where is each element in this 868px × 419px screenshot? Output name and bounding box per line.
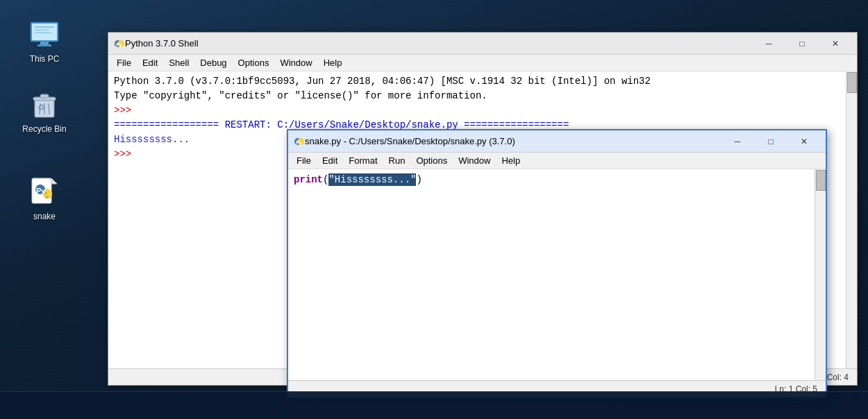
shell-line-1: Python 3.7.0 (v3.7.0:1bf9cc5093, Jun 27 …	[114, 74, 851, 89]
taskbar	[0, 391, 868, 419]
shell-minimize-button[interactable]: ─	[753, 33, 785, 54]
desktop-icon-this-pc[interactable]: This PC	[17, 14, 72, 68]
editor-scrollbar-thumb	[816, 170, 826, 191]
editor-window: Py snake.py - C:/Users/Snake/Desktop/sna…	[287, 129, 827, 398]
editor-code-area[interactable]: print("Hissssssss...")	[288, 169, 826, 380]
shell-title-text: Python 3.7.0 Shell	[125, 38, 753, 49]
svg-rect-6	[35, 32, 51, 33]
svg-line-12	[49, 103, 49, 114]
shell-title-icon: Py	[114, 38, 125, 49]
shell-menu-options[interactable]: Options	[233, 56, 275, 69]
editor-titlebar: Py snake.py - C:/Users/Snake/Desktop/sna…	[288, 130, 826, 153]
editor-window-controls: ─ □ ✕	[721, 131, 820, 152]
svg-marker-16	[51, 178, 57, 184]
editor-menu-window[interactable]: Window	[453, 154, 496, 167]
desktop-icon-snake[interactable]: Py 🐍 snake	[17, 171, 72, 225]
editor-title-text: snake.py - C:/Users/Snake/Desktop/snake.…	[305, 136, 721, 146]
shell-menu-help[interactable]: Help	[318, 56, 348, 69]
code-line-1: print("Hissssssss...")	[294, 172, 820, 187]
shell-scrollbar[interactable]	[846, 71, 857, 368]
shell-menu-shell[interactable]: Shell	[163, 56, 194, 69]
snake-label: snake	[33, 212, 56, 221]
editor-menu-format[interactable]: Format	[343, 154, 383, 167]
svg-text:Py: Py	[296, 140, 302, 146]
shell-scrollbar-thumb	[847, 72, 857, 93]
editor-menu-file[interactable]: File	[291, 154, 317, 167]
code-string-selected: "Hissssssss..."	[328, 173, 416, 186]
shell-menu-window[interactable]: Window	[274, 56, 317, 69]
editor-menu-run[interactable]: Run	[383, 154, 411, 167]
shell-titlebar: Py Python 3.7.0 Shell ─ □ ✕	[108, 33, 857, 55]
svg-rect-3	[37, 44, 51, 46]
shell-line-2: Type "copyright", "credits" or "license(…	[114, 89, 851, 103]
shell-menu-debug[interactable]: Debug	[194, 56, 232, 69]
shell-maximize-button[interactable]: □	[786, 33, 818, 54]
svg-text:♻: ♻	[37, 103, 45, 112]
svg-rect-9	[40, 94, 49, 98]
keyword-print: print	[294, 174, 323, 185]
editor-title-icon: Py	[294, 136, 305, 147]
shell-window-controls: ─ □ ✕	[753, 33, 851, 54]
shell-menu-file[interactable]: File	[111, 56, 137, 69]
shell-menubar: File Edit Shell Debug Options Window Hel…	[108, 55, 857, 71]
editor-minimize-button[interactable]: ─	[721, 131, 753, 152]
svg-rect-4	[35, 26, 54, 28]
editor-menu-edit[interactable]: Edit	[317, 154, 343, 167]
svg-text:🐍: 🐍	[43, 191, 51, 200]
recycle-bin-label: Recycle Bin	[22, 124, 66, 134]
editor-scrollbar[interactable]	[815, 169, 826, 380]
editor-close-button[interactable]: ✕	[788, 131, 820, 152]
this-pc-label: This PC	[30, 54, 60, 64]
editor-menu-help[interactable]: Help	[496, 154, 526, 167]
editor-menu-options[interactable]: Options	[410, 154, 453, 167]
shell-menu-edit[interactable]: Edit	[137, 56, 163, 69]
editor-maximize-button[interactable]: □	[755, 131, 787, 152]
desktop-icon-recycle-bin[interactable]: ♻ Recycle Bin	[17, 84, 72, 138]
editor-menubar: File Edit Format Run Options Window Help	[288, 153, 826, 169]
shell-close-button[interactable]: ✕	[819, 33, 851, 54]
svg-rect-5	[35, 29, 49, 31]
svg-text:Py: Py	[116, 42, 122, 48]
code-paren-close: )	[416, 174, 422, 185]
shell-line-3: >>>	[114, 103, 851, 118]
